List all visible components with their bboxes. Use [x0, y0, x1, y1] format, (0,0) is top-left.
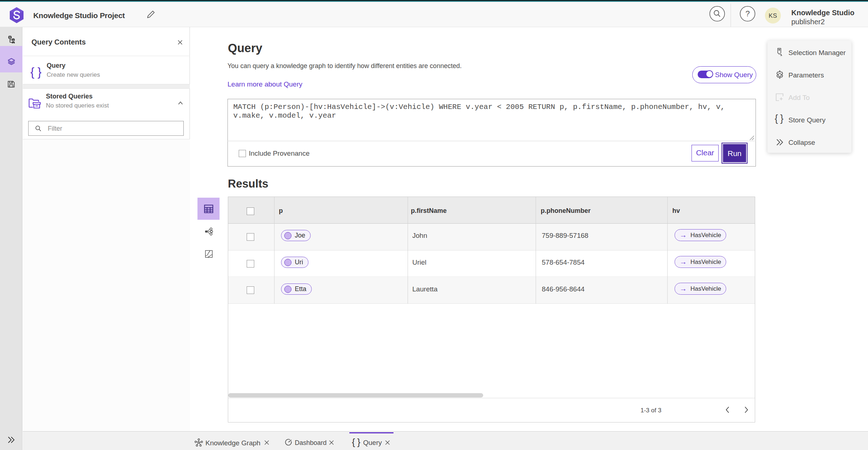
svg-text:?: ? [745, 9, 750, 18]
